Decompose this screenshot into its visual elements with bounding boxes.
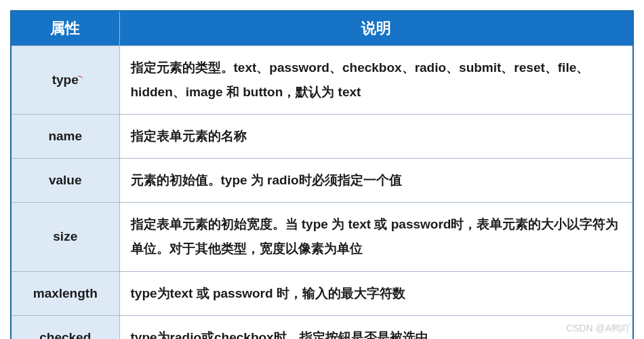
header-desc: 说明 bbox=[119, 11, 633, 46]
attr-cell-value: value bbox=[11, 159, 119, 203]
table-row: maxlength type为text 或 password 时，输入的最大字符… bbox=[11, 271, 633, 315]
desc-cell-value: 元素的初始值。type 为 radio时必须指定一个值 bbox=[119, 159, 633, 203]
attr-cell-size: size bbox=[11, 203, 119, 271]
table-row: checked type为radio或checkbox时，指定按钮是否是被选中 bbox=[11, 315, 633, 339]
table-row: name 指定表单元素的名称 bbox=[11, 115, 633, 159]
attr-cell-type: type bbox=[11, 46, 119, 115]
attr-cell-maxlength: maxlength bbox=[11, 271, 119, 315]
desc-cell-size: 指定表单元素的初始宽度。当 type 为 text 或 password时，表单… bbox=[119, 203, 633, 271]
attr-cell-name: name bbox=[11, 115, 119, 159]
desc-cell-name: 指定表单元素的名称 bbox=[119, 115, 633, 159]
attributes-table: 属性 说明 type 指定元素的类型。text、password、checkbo… bbox=[10, 10, 634, 339]
desc-cell-maxlength: type为text 或 password 时，输入的最大字符数 bbox=[119, 271, 633, 315]
desc-cell-checked: type为radio或checkbox时，指定按钮是否是被选中 bbox=[119, 315, 633, 339]
header-attr: 属性 bbox=[11, 11, 119, 46]
table-row: size 指定表单元素的初始宽度。当 type 为 text 或 passwor… bbox=[11, 203, 633, 271]
table-header-row: 属性 说明 bbox=[11, 11, 633, 46]
table-row: value 元素的初始值。type 为 radio时必须指定一个值 bbox=[11, 159, 633, 203]
table-row: type 指定元素的类型。text、password、checkbox、radi… bbox=[11, 46, 633, 115]
watermark-text: CSDN @A鸭吖 bbox=[566, 323, 630, 335]
attr-cell-checked: checked bbox=[11, 315, 119, 339]
desc-cell-type: 指定元素的类型。text、password、checkbox、radio、sub… bbox=[119, 46, 633, 115]
